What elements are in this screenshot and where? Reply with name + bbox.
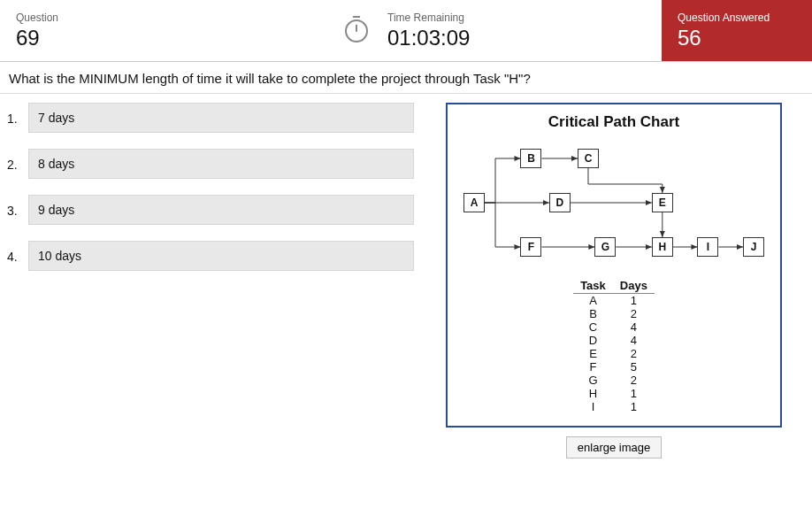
- diagram-node-h: H: [652, 237, 673, 257]
- answered-value: 56: [678, 26, 796, 50]
- answer-option: 1. 7 days: [7, 103, 414, 133]
- days-cell: 2: [613, 307, 655, 320]
- task-cell: F: [573, 360, 613, 374]
- answer-choice-4[interactable]: 10 days: [28, 241, 414, 271]
- task-cell: E: [573, 347, 613, 360]
- task-cell: G: [573, 374, 613, 387]
- diagram-node-i: I: [697, 237, 718, 257]
- diagram-node-a: A: [463, 193, 485, 212]
- diagram-node-f: F: [520, 237, 541, 257]
- table-row: C4: [573, 320, 655, 334]
- header-question-col: Question 69: [0, 0, 372, 61]
- answer-choice-2[interactable]: 8 days: [28, 149, 414, 179]
- time-label: Time Remaining: [387, 12, 646, 24]
- header-answered-col: Question Answered 56: [662, 0, 812, 61]
- task-cell: H: [573, 387, 613, 400]
- chart-panel: Critical Path Chart ABCDEFGHIJ Task Days: [423, 103, 805, 458]
- diagram-node-g: G: [594, 237, 616, 257]
- days-cell: 1: [613, 400, 655, 413]
- answered-label: Question Answered: [678, 12, 796, 24]
- time-value: 01:03:09: [387, 26, 646, 50]
- task-duration-table: Task Days A1B2C4D4E2F5G2H1I1: [573, 278, 655, 413]
- enlarge-image-button[interactable]: enlarge image: [566, 436, 662, 458]
- task-cell: A: [573, 294, 613, 308]
- diagram-node-b: B: [520, 149, 541, 168]
- table-header-days: Days: [613, 278, 655, 294]
- diagram-node-c: C: [578, 149, 599, 168]
- days-cell: 5: [613, 360, 655, 374]
- chart-box: Critical Path Chart ABCDEFGHIJ Task Days: [446, 103, 782, 428]
- days-cell: 2: [613, 374, 655, 387]
- table-header-task: Task: [573, 278, 613, 294]
- task-cell: B: [573, 307, 613, 320]
- days-cell: 1: [613, 294, 655, 308]
- body: 1. 7 days 2. 8 days 3. 9 days 4. 10 days…: [0, 94, 812, 467]
- answer-number: 4.: [7, 248, 28, 264]
- table-row: D4: [573, 334, 655, 347]
- answer-option: 4. 10 days: [7, 241, 414, 271]
- header: Question 69 Time Remaining 01:03:09 Ques…: [0, 0, 812, 62]
- diagram-node-e: E: [652, 193, 673, 212]
- days-cell: 4: [613, 334, 655, 347]
- answers-panel: 1. 7 days 2. 8 days 3. 9 days 4. 10 days: [7, 103, 414, 458]
- question-text: What is the MINIMUM length of time it wi…: [0, 62, 812, 94]
- answer-option: 3. 9 days: [7, 195, 414, 225]
- answer-number: 1.: [7, 110, 28, 126]
- table-row: B2: [573, 307, 655, 320]
- table-row: E2: [573, 347, 655, 360]
- diagram-node-j: J: [743, 237, 764, 257]
- answer-number: 3.: [7, 202, 28, 218]
- table-row: H1: [573, 387, 655, 400]
- task-cell: C: [573, 320, 613, 334]
- answer-choice-3[interactable]: 9 days: [28, 195, 414, 225]
- header-time-col: Time Remaining 01:03:09: [372, 0, 662, 61]
- table-row: A1: [573, 294, 655, 308]
- days-cell: 2: [613, 347, 655, 360]
- table-row: G2: [573, 374, 655, 387]
- table-row: F5: [573, 360, 655, 374]
- answer-option: 2. 8 days: [7, 149, 414, 179]
- question-label: Question: [16, 12, 356, 24]
- task-cell: I: [573, 400, 613, 413]
- days-cell: 4: [613, 320, 655, 334]
- timer-icon: [345, 19, 368, 42]
- critical-path-diagram: ABCDEFGHIJ: [456, 143, 771, 276]
- answer-number: 2.: [7, 156, 28, 172]
- diagram-node-d: D: [549, 193, 571, 212]
- days-cell: 1: [613, 387, 655, 400]
- question-number: 69: [16, 26, 356, 50]
- table-row: I1: [573, 400, 655, 413]
- chart-title: Critical Path Chart: [456, 113, 771, 131]
- answer-choice-1[interactable]: 7 days: [28, 103, 414, 133]
- task-cell: D: [573, 334, 613, 347]
